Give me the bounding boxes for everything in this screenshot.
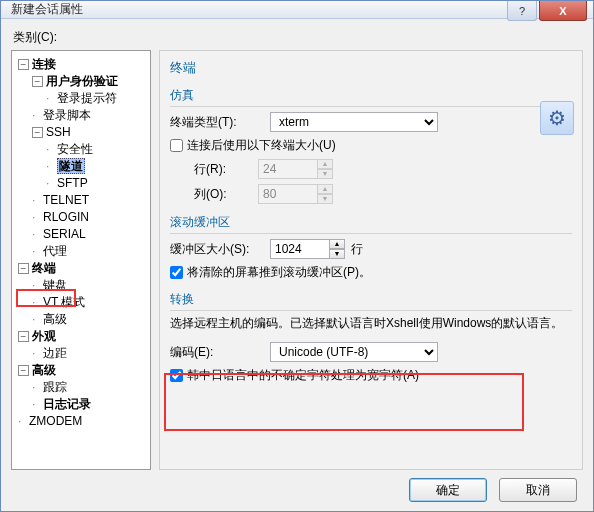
twisty-icon[interactable]: − [32,76,43,87]
twisty-icon[interactable]: − [18,365,29,376]
clear-to-scrollback-label: 将清除的屏幕推到滚动缓冲区(P)。 [187,264,371,281]
cjk-wide-label: 韩中日语言中的不确定字符处理为宽字符(A) [187,367,419,384]
clear-to-scrollback-checkbox[interactable] [170,266,183,279]
dialog-body: 类别(C): −连接 −用户身份验证 ·登录提示符 ·登录脚本 [1,19,593,512]
tree-log[interactable]: 日志记录 [43,397,91,411]
encoding-combo[interactable]: Unicode (UTF-8) [270,342,438,362]
buffer-unit: 行 [351,241,363,258]
buffer-down[interactable]: ▼ [329,249,345,259]
encoding-label: 编码(E): [170,344,270,361]
tree-serial[interactable]: SERIAL [43,227,86,241]
group-scrollback-title: 滚动缓冲区 [170,214,572,234]
cols-input [258,184,318,204]
twisty-icon[interactable]: − [18,263,29,274]
tree-security[interactable]: 安全性 [57,142,93,156]
tree-proxy[interactable]: 代理 [43,244,67,258]
category-label: 类别(C): [13,29,583,46]
tree-advanced[interactable]: 高级 [32,363,56,377]
tree-terminal[interactable]: 终端 [32,261,56,275]
terminal-type-combo[interactable]: xterm [270,112,438,132]
tree-connection[interactable]: 连接 [32,57,56,71]
cols-label: 列(O): [170,186,258,203]
group-conversion-title: 转换 [170,291,572,311]
content-panel: 终端 仿真 终端类型(T): xterm ⚙ 连接后使用以下终端大小(U) 行(… [159,50,583,470]
use-size-checkbox[interactable] [170,139,183,152]
rows-down: ▼ [317,169,333,179]
close-button[interactable]: X [539,1,587,21]
twisty-icon[interactable]: − [32,127,43,138]
cancel-button[interactable]: 取消 [499,478,577,502]
ok-button[interactable]: 确定 [409,478,487,502]
tree-login-prompt[interactable]: 登录提示符 [57,91,117,105]
buffer-up[interactable]: ▲ [329,239,345,249]
tree-appearance[interactable]: 外观 [32,329,56,343]
tree-zmodem[interactable]: ZMODEM [29,414,82,428]
gear-icon[interactable]: ⚙ [540,101,574,135]
tree-auth[interactable]: 用户身份验证 [46,74,118,88]
buffer-size-input[interactable] [270,239,330,259]
titlebar: 新建会话属性 ? X [1,1,593,19]
conversion-desc: 选择远程主机的编码。已选择默认语言时Xshell使用Windows的默认语言。 [170,315,572,332]
main-area: −连接 −用户身份验证 ·登录提示符 ·登录脚本 −SSH ·安全性 [11,50,583,470]
section-title: 终端 [170,59,572,77]
dialog-footer: 确定 取消 [11,470,583,504]
cols-up: ▲ [317,184,333,194]
help-button[interactable]: ? [507,1,537,21]
tree-keyboard[interactable]: 键盘 [43,278,67,292]
tree-rlogin[interactable]: RLOGIN [43,210,89,224]
rows-label: 行(R): [170,161,258,178]
cjk-wide-checkbox[interactable] [170,369,183,382]
tree-tunnel[interactable]: 隧道 [57,158,85,174]
tree-ssh[interactable]: SSH [46,125,71,139]
rows-input [258,159,318,179]
buffer-size-label: 缓冲区大小(S): [170,241,270,258]
tree-sftp[interactable]: SFTP [57,176,88,190]
twisty-icon[interactable]: − [18,59,29,70]
tree-trace[interactable]: 跟踪 [43,380,67,394]
cols-down: ▼ [317,194,333,204]
tree-advanced-t[interactable]: 高级 [43,312,67,326]
tree-margin[interactable]: 边距 [43,346,67,360]
rows-up: ▲ [317,159,333,169]
terminal-type-label: 终端类型(T): [170,114,270,131]
twisty-icon[interactable]: − [18,331,29,342]
use-size-label: 连接后使用以下终端大小(U) [187,137,336,154]
group-emulation-title: 仿真 [170,87,572,107]
titlebar-buttons: ? X [507,1,593,21]
category-tree[interactable]: −连接 −用户身份验证 ·登录提示符 ·登录脚本 −SSH ·安全性 [11,50,151,470]
window-title: 新建会话属性 [11,1,83,18]
dialog-window: 新建会话属性 ? X 类别(C): −连接 −用户身份验证 ·登录提示符 [0,0,594,512]
tree-login-script[interactable]: 登录脚本 [43,108,91,122]
tree-telnet[interactable]: TELNET [43,193,89,207]
tree-vt[interactable]: VT 模式 [43,295,85,309]
